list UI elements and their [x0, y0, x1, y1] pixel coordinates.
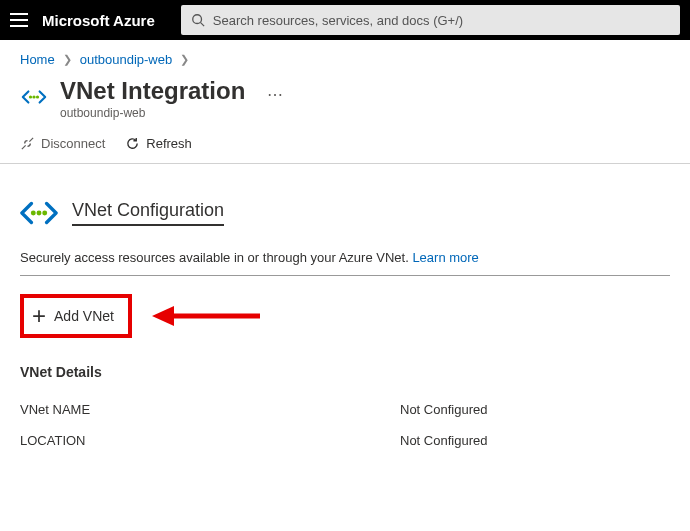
brand-label: Microsoft Azure [42, 12, 155, 29]
svg-point-4 [36, 95, 39, 98]
refresh-button[interactable]: Refresh [125, 136, 192, 151]
add-vnet-button[interactable]: + Add VNet [20, 294, 132, 338]
config-description-text: Securely access resources available in o… [20, 250, 409, 265]
chevron-right-icon: ❯ [63, 53, 72, 66]
menu-icon[interactable] [10, 10, 30, 30]
search-input[interactable] [213, 13, 670, 28]
disconnect-button[interactable]: Disconnect [20, 136, 105, 151]
details-value: Not Configured [400, 433, 670, 448]
refresh-icon [125, 136, 140, 151]
page-header: VNet Integration outboundip-web ⋯ [0, 71, 690, 128]
learn-more-link[interactable]: Learn more [412, 250, 478, 265]
details-label: LOCATION [20, 433, 400, 448]
svg-point-5 [31, 210, 36, 215]
svg-point-2 [29, 95, 32, 98]
svg-point-0 [193, 15, 202, 24]
top-bar: Microsoft Azure [0, 0, 690, 40]
more-actions-icon[interactable]: ⋯ [267, 85, 283, 104]
page-title: VNet Integration [60, 77, 245, 105]
add-vnet-label: Add VNet [54, 308, 114, 324]
breadcrumb-resource[interactable]: outboundip-web [80, 52, 173, 67]
config-description: Securely access resources available in o… [20, 250, 670, 276]
toolbar: Disconnect Refresh [0, 128, 690, 164]
global-search[interactable] [181, 5, 680, 35]
svg-point-3 [32, 95, 35, 98]
svg-point-6 [37, 210, 42, 215]
details-value: Not Configured [400, 402, 670, 417]
breadcrumb-home[interactable]: Home [20, 52, 55, 67]
page-subtitle: outboundip-web [60, 106, 245, 120]
details-label: VNet NAME [20, 402, 400, 417]
main-content: VNet Configuration Securely access resou… [0, 164, 690, 456]
add-vnet-row: + Add VNet [20, 294, 670, 338]
svg-line-1 [200, 23, 204, 27]
details-row: LOCATION Not Configured [20, 425, 670, 456]
vnet-details-grid: VNet NAME Not Configured LOCATION Not Co… [20, 394, 670, 456]
breadcrumb: Home ❯ outboundip-web ❯ [0, 40, 690, 71]
disconnect-icon [20, 136, 35, 151]
vnet-icon [20, 194, 58, 232]
vnet-details-heading: VNet Details [20, 364, 670, 380]
config-section-title: VNet Configuration [72, 200, 224, 226]
search-icon [191, 13, 205, 27]
callout-arrow-icon [152, 303, 262, 329]
svg-point-7 [42, 210, 47, 215]
vnet-icon [20, 83, 48, 111]
disconnect-label: Disconnect [41, 136, 105, 151]
chevron-right-icon: ❯ [180, 53, 189, 66]
plus-icon: + [32, 304, 46, 328]
refresh-label: Refresh [146, 136, 192, 151]
svg-marker-9 [152, 306, 174, 326]
details-row: VNet NAME Not Configured [20, 394, 670, 425]
config-header-row: VNet Configuration [20, 194, 670, 232]
